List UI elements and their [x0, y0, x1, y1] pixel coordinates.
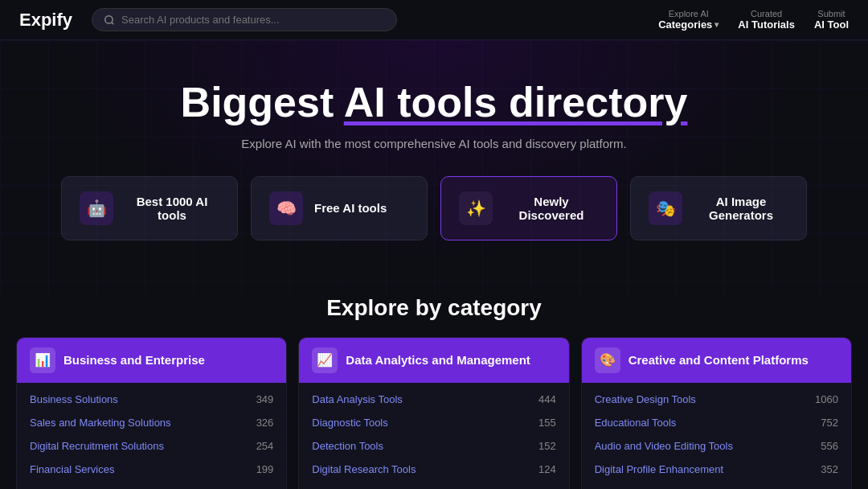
nav-submit[interactable]: Submit AI Tool	[814, 9, 849, 31]
best1000-label: Best 1000 AI tools	[125, 195, 219, 222]
image-label: AI Image Generators	[694, 195, 788, 222]
site-logo[interactable]: Expify	[19, 10, 72, 31]
creative-title: Creative and Content Platforms	[628, 353, 809, 367]
category-data: 📈 Data Analytics and Management Data Ana…	[298, 337, 569, 489]
list-item[interactable]: Diagnostic Tools 155	[299, 411, 568, 434]
category-creative: 🎨 Creative and Content Platforms Creativ…	[581, 337, 852, 489]
feature-card-free[interactable]: 🧠 Free AI tools	[251, 176, 428, 240]
list-item[interactable]: Dataset Management 88	[299, 481, 568, 489]
category-business: 📊 Business and Enterprise Business Solut…	[16, 337, 287, 489]
data-icon: 📈	[312, 347, 338, 373]
best1000-icon: 🤖	[80, 191, 113, 225]
business-list: Business Solutions 349 Sales and Marketi…	[17, 383, 286, 489]
list-item[interactable]: Sales and Marketing Solutions 326	[17, 411, 286, 434]
data-title: Data Analytics and Management	[346, 353, 530, 367]
image-icon: 🎭	[649, 191, 682, 225]
explore-section: Explore by category 📊 Business and Enter…	[0, 295, 868, 489]
creative-list: Creative Design Tools 1060 Educational T…	[582, 383, 851, 489]
svg-point-0	[105, 15, 113, 23]
explore-title: Explore by category	[16, 295, 852, 321]
search-icon	[104, 14, 115, 26]
search-bar[interactable]	[92, 8, 397, 31]
newly-label: Newly Discovered	[504, 195, 599, 222]
list-item[interactable]: Digital Profile Enhancement 352	[582, 458, 851, 481]
navbar: Expify Explore AI Categories ▾ Curated A…	[0, 0, 868, 40]
list-item[interactable]: Digital Recruitment Solutions 254	[17, 434, 286, 458]
business-icon: 📊	[30, 347, 55, 373]
hero-subtitle: Explore AI with the most comprehensive A…	[16, 137, 852, 150]
feature-card-image[interactable]: 🎭 AI Image Generators	[630, 176, 807, 240]
feature-card-newly[interactable]: ✨ Newly Discovered	[440, 176, 617, 240]
chevron-down-icon: ▾	[714, 20, 719, 29]
svg-line-1	[112, 22, 114, 24]
nav-links: Explore AI Categories ▾ Curated AI Tutor…	[658, 9, 849, 31]
category-creative-header[interactable]: 🎨 Creative and Content Platforms	[582, 338, 851, 383]
category-business-header[interactable]: 📊 Business and Enterprise	[17, 338, 286, 383]
hero-title: Biggest AI tools directory	[16, 79, 852, 127]
list-item[interactable]: Business Solutions 349	[17, 388, 286, 411]
free-label: Free AI tools	[314, 201, 387, 215]
feature-card-best1000[interactable]: 🤖 Best 1000 AI tools	[61, 176, 238, 240]
list-item[interactable]: Creative Design Tools 1060	[582, 388, 851, 411]
list-item[interactable]: Data Analysis Tools 444	[299, 388, 568, 411]
data-list: Data Analysis Tools 444 Diagnostic Tools…	[299, 383, 568, 489]
business-title: Business and Enterprise	[63, 353, 205, 367]
feature-cards: 🤖 Best 1000 AI tools 🧠 Free AI tools ✨ N…	[16, 176, 852, 240]
list-item[interactable]: Detection Tools 152	[299, 434, 568, 458]
nav-categories[interactable]: Explore AI Categories ▾	[658, 9, 719, 31]
search-input[interactable]	[121, 14, 385, 26]
nav-tutorials[interactable]: Curated AI Tutorials	[738, 9, 795, 31]
list-item[interactable]: Digital Research Tools 124	[299, 458, 568, 481]
list-item[interactable]: Financial Services 199	[17, 458, 286, 481]
list-item[interactable]: Resume Tools 178	[17, 481, 286, 489]
creative-icon: 🎨	[595, 347, 620, 373]
hero-section: Biggest AI tools directory Explore AI wi…	[0, 40, 868, 295]
list-item[interactable]: Audio and Video Editing Tools 556	[582, 434, 851, 458]
category-grid: 📊 Business and Enterprise Business Solut…	[16, 337, 852, 489]
newly-icon: ✨	[459, 191, 493, 225]
list-item[interactable]: Educational Tools 752	[582, 411, 851, 434]
list-item[interactable]: Headless CMS 165	[582, 481, 851, 489]
free-icon: 🧠	[269, 191, 303, 225]
category-data-header[interactable]: 📈 Data Analytics and Management	[299, 338, 568, 383]
